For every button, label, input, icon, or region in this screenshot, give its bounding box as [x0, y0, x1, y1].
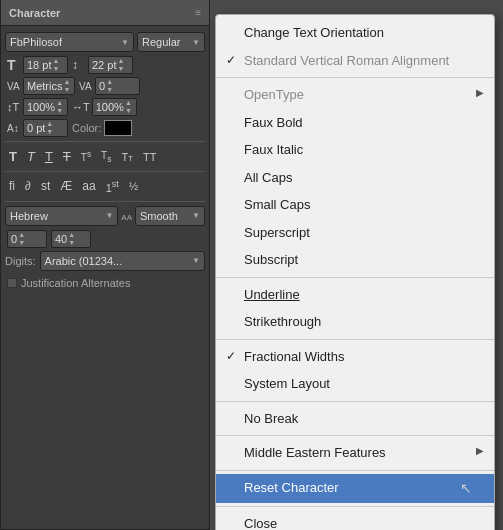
menu-item-fractional-widths[interactable]: Fractional Widths — [216, 343, 494, 371]
vertical-scale-icon: ↕T — [7, 101, 21, 113]
baseline-input[interactable]: 0 pt ▲▼ — [23, 119, 68, 137]
menu-separator-5 — [216, 435, 494, 436]
tracking-input[interactable]: 0 ▲▼ — [95, 77, 140, 95]
kerning-icon: VA — [7, 81, 21, 92]
divider-2 — [5, 171, 205, 172]
panel-title: Character — [9, 7, 60, 19]
panel-header: Character ≡ — [1, 0, 209, 26]
vertical-scale-field: ↕T 100% ▲▼ — [7, 98, 68, 116]
faux-2[interactable]: ∂ — [23, 178, 33, 194]
font-style-dropdown[interactable]: Regular ▼ — [137, 32, 205, 52]
menu-item-change-text-orientation[interactable]: Change Text Orientation — [216, 19, 494, 47]
horizontal-scale-field: ↔T 100% ▲▼ — [72, 98, 137, 116]
italic-icon[interactable]: T — [25, 148, 37, 165]
kerning-tracking-row: VA Metrics ▲▼ VA 0 ▲▼ — [5, 77, 205, 95]
font-dropdown-arrow: ▼ — [121, 38, 129, 47]
horizontal-scale-icon: ↔T — [72, 101, 90, 113]
baseline-icon: A↕ — [7, 123, 21, 134]
scale-row: ↕T 100% ▲▼ ↔T 100% ▲▼ — [5, 98, 205, 116]
language-dropdown[interactable]: Hebrew ▼ — [5, 206, 118, 226]
superscript-icon[interactable]: Ts — [79, 148, 93, 164]
menu-item-strikethrough[interactable]: Strikethrough — [216, 308, 494, 336]
faux-icons-row: ﬁ ∂ st Æ aa 1st ½ — [5, 176, 205, 197]
digits-label: Digits: — [5, 255, 36, 267]
character-panel: Character ≡ FbPhilosof ▼ Regular ▼ T 18 … — [0, 0, 210, 530]
menu-item-system-layout[interactable]: System Layout — [216, 370, 494, 398]
faux-6[interactable]: 1st — [104, 178, 121, 195]
menu-item-subscript[interactable]: Subscript — [216, 246, 494, 274]
cursor-indicator: ↖ — [460, 478, 472, 499]
smooth-dropdown[interactable]: Smooth ▼ — [135, 206, 205, 226]
menu-item-faux-bold[interactable]: Faux Bold — [216, 109, 494, 137]
menu-item-reset-character[interactable]: Reset Character ↖ — [216, 474, 494, 503]
leading-icon: ↕ — [72, 58, 86, 72]
leading-input[interactable]: 22 pt ▲▼ — [88, 56, 133, 74]
font-family-dropdown[interactable]: FbPhilosof ▼ — [5, 32, 134, 52]
kerning-input[interactable]: Metrics ▲▼ — [23, 77, 75, 95]
justification-label: Justification Alternates — [21, 277, 130, 289]
menu-separator-7 — [216, 506, 494, 507]
faux-3[interactable]: st — [39, 178, 52, 194]
menu-separator-1 — [216, 77, 494, 78]
color-label: Color: — [72, 122, 101, 134]
smooth-dropdown-arrow: ▼ — [192, 211, 200, 220]
vertical-scale-input[interactable]: 100% ▲▼ — [23, 98, 68, 116]
font-size-field: T 18 pt ▲▼ — [7, 56, 68, 74]
faux-5[interactable]: aa — [80, 178, 97, 194]
color-field: Color: — [72, 120, 132, 136]
horizontal-scale-input[interactable]: 100% ▲▼ — [92, 98, 137, 116]
tracking-field: VA 0 ▲▼ — [79, 77, 140, 95]
menu-separator-2 — [216, 277, 494, 278]
menu-item-underline[interactable]: Underline — [216, 281, 494, 309]
menu-item-no-break[interactable]: No Break — [216, 405, 494, 433]
direction-row: 0 ▲▼ 40 ▲▼ — [5, 230, 205, 248]
digits-dropdown-arrow: ▼ — [192, 256, 200, 265]
justification-checkbox[interactable] — [7, 278, 17, 288]
justification-row: Justification Alternates — [5, 275, 205, 291]
menu-item-small-caps[interactable]: Small Caps — [216, 191, 494, 219]
leading-field: ↕ 22 pt ▲▼ — [72, 56, 133, 74]
small-caps-icon[interactable]: TT — [119, 150, 135, 164]
aa-label: aa — [121, 210, 132, 222]
type-style-row: T T T T Ts Ts TT TT — [5, 146, 205, 167]
kerning-field: VA Metrics ▲▼ — [7, 77, 75, 95]
bold-icon[interactable]: T — [7, 148, 19, 165]
direction-input2[interactable]: 40 ▲▼ — [51, 230, 91, 248]
menu-item-standard-vertical[interactable]: Standard Vertical Roman Alignment — [216, 47, 494, 75]
font-size-input[interactable]: 18 pt ▲▼ — [23, 56, 68, 74]
digits-dropdown[interactable]: Arabic (01234... ▼ — [40, 251, 205, 271]
style-dropdown-arrow: ▼ — [192, 38, 200, 47]
menu-separator-4 — [216, 401, 494, 402]
divider-3 — [5, 201, 205, 202]
faux-4[interactable]: Æ — [58, 178, 74, 194]
all-caps-icon[interactable]: TT — [141, 150, 158, 164]
menu-item-faux-italic[interactable]: Faux Italic — [216, 136, 494, 164]
context-menu: Change Text Orientation Standard Vertica… — [215, 14, 495, 530]
tracking-icon: VA — [79, 81, 93, 92]
subscript-icon[interactable]: Ts — [99, 149, 113, 165]
menu-item-opentype[interactable]: OpenType — [216, 81, 494, 109]
strikethrough-icon[interactable]: T — [61, 148, 73, 165]
baseline-shift-field: A↕ 0 pt ▲▼ — [7, 119, 68, 137]
menu-item-superscript[interactable]: Superscript — [216, 219, 494, 247]
faux-7[interactable]: ½ — [127, 179, 140, 193]
menu-item-all-caps[interactable]: All Caps — [216, 164, 494, 192]
menu-separator-3 — [216, 339, 494, 340]
language-row: Hebrew ▼ aa Smooth ▼ — [5, 206, 205, 226]
panel-body: FbPhilosof ▼ Regular ▼ T 18 pt ▲▼ ↕ 22 p… — [1, 26, 209, 297]
panel-menu-icon[interactable]: ≡ — [195, 7, 201, 18]
menu-separator-6 — [216, 470, 494, 471]
language-dropdown-arrow: ▼ — [105, 211, 113, 220]
divider-1 — [5, 141, 205, 142]
faux-1[interactable]: ﬁ — [7, 178, 17, 194]
digits-row: Digits: Arabic (01234... ▼ — [5, 251, 205, 271]
font-size-icon: T — [7, 57, 21, 73]
menu-item-close[interactable]: Close — [216, 510, 494, 531]
color-swatch[interactable] — [104, 120, 132, 136]
baseline-color-row: A↕ 0 pt ▲▼ Color: — [5, 119, 205, 137]
font-row: FbPhilosof ▼ Regular ▼ — [5, 32, 205, 52]
size-leading-row: T 18 pt ▲▼ ↕ 22 pt ▲▼ — [5, 56, 205, 74]
menu-item-middle-eastern[interactable]: Middle Eastern Features — [216, 439, 494, 467]
direction-input1[interactable]: 0 ▲▼ — [7, 230, 47, 248]
underline-icon[interactable]: T — [43, 148, 55, 165]
